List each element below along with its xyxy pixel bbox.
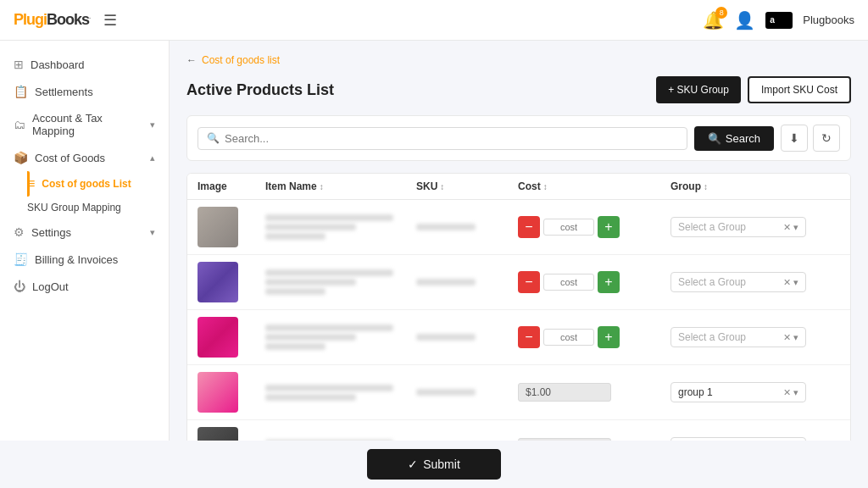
cost-decrease-button[interactable]: − xyxy=(518,326,540,348)
sku-cell xyxy=(416,389,518,396)
breadcrumb-text[interactable]: Cost of goods list xyxy=(202,54,280,66)
item-name-blur-1 xyxy=(265,324,393,331)
search-button[interactable]: 🔍 Search xyxy=(694,126,774,151)
sidebar-item-cost-of-goods-list[interactable]: ≡ Cost of goods List xyxy=(27,171,169,197)
cost-input[interactable] xyxy=(543,219,594,236)
amazon-store-label: Plugbooks xyxy=(803,14,854,26)
cost-decrease-button[interactable]: − xyxy=(518,271,540,293)
cost-cell: − + xyxy=(518,271,670,293)
sku-blur xyxy=(416,224,476,230)
sidebar-label-cost-of-goods: Cost of Goods xyxy=(35,152,105,164)
sidebar-label-dashboard: Dashboard xyxy=(31,58,85,71)
checkmark-icon: ✓ xyxy=(408,458,418,471)
sku-blur xyxy=(416,334,476,341)
table-row: − + Select a Group ✕ ▾ xyxy=(187,255,850,310)
group-select[interactable]: Select a Group ✕ ▾ xyxy=(670,272,806,292)
sidebar-item-sku-group-mapping[interactable]: SKU Group Mapping xyxy=(27,197,169,219)
sidebar-item-dashboard[interactable]: ⊞ Dashboard xyxy=(0,51,169,78)
sku-blur xyxy=(416,279,476,286)
table-header: Image Item Name ↕ SKU ↕ Cost ↕ Group ↕ xyxy=(187,174,850,200)
logo-books: Books xyxy=(47,11,89,28)
cost-increase-button[interactable]: + xyxy=(598,271,620,293)
product-image xyxy=(198,372,238,413)
sidebar-label-sku-group-mapping: SKU Group Mapping xyxy=(27,202,121,214)
sidebar-item-cost-of-goods[interactable]: 📦 Cost of Goods ▴ xyxy=(0,144,169,171)
product-image xyxy=(198,317,238,358)
sidebar-label-settings: Settings xyxy=(31,226,71,239)
table-row: − + Select a Group ✕ ▾ xyxy=(187,310,850,365)
submit-button[interactable]: ✓ Submit xyxy=(367,449,501,480)
svg-text:a: a xyxy=(771,15,776,25)
table-row: − + Select a Group ✕ ▾ xyxy=(187,200,850,255)
main-layout: ⊞ Dashboard 📋 Settlements 🗂 Account & Ta… xyxy=(0,41,868,441)
sidebar-item-logout[interactable]: ⏻ LogOut xyxy=(0,273,169,300)
refresh-button[interactable]: ↻ xyxy=(813,125,840,152)
sidebar-item-account-tax[interactable]: 🗂 Account & Tax Mapping ▾ xyxy=(0,105,169,144)
user-icon[interactable]: 👤 xyxy=(734,10,755,30)
breadcrumb: ← Cost of goods list xyxy=(186,54,851,66)
hamburger-icon[interactable]: ☰ xyxy=(103,11,117,30)
logo: PlugiBooks. xyxy=(14,11,90,29)
sku-cell xyxy=(416,334,518,341)
cost-increase-button[interactable]: + xyxy=(598,216,620,238)
sort-group-icon[interactable]: ↕ xyxy=(704,182,708,191)
sidebar-label-billing: Billing & Invoices xyxy=(35,253,118,266)
group-filled[interactable]: group 1 ✕ ▾ xyxy=(670,382,806,402)
cost-decrease-button[interactable]: − xyxy=(518,216,540,238)
back-button[interactable]: ← xyxy=(186,54,197,66)
cost-of-goods-icon: 📦 xyxy=(14,151,28,164)
search-bar: 🔍 🔍 Search ⬇ ↻ xyxy=(186,115,851,161)
sidebar-sub-cost-of-goods: ≡ Cost of goods List SKU Group Mapping xyxy=(0,171,169,219)
active-indicator xyxy=(27,171,30,197)
header-actions: + SKU Group Import SKU Cost xyxy=(656,76,851,103)
sort-item-name-icon[interactable]: ↕ xyxy=(320,182,324,191)
sidebar-item-settings[interactable]: ⚙ Settings ▾ xyxy=(0,219,169,246)
sort-cost-icon[interactable]: ↕ xyxy=(543,182,548,191)
page-title: Active Products List xyxy=(186,81,334,99)
chevron-settings: ▾ xyxy=(150,227,155,238)
search-input[interactable] xyxy=(225,132,678,145)
group-select[interactable]: Select a Group ✕ ▾ xyxy=(670,327,806,347)
add-sku-group-button[interactable]: + SKU Group xyxy=(656,76,741,103)
sidebar: ⊞ Dashboard 📋 Settlements 🗂 Account & Ta… xyxy=(0,41,170,441)
group-placeholder: Select a Group xyxy=(678,221,746,233)
item-name-cell xyxy=(265,324,416,350)
group-select-icons: ✕ ▾ xyxy=(783,277,798,288)
import-sku-cost-button[interactable]: Import SKU Cost xyxy=(748,76,851,103)
sku-blur xyxy=(416,389,476,396)
product-image xyxy=(198,207,238,247)
cost-input[interactable] xyxy=(543,329,594,346)
product-image xyxy=(198,427,238,441)
main-content: ← Cost of goods list Active Products Lis… xyxy=(170,41,868,441)
col-sku: SKU ↕ xyxy=(416,180,518,192)
logo-plug: Plugi xyxy=(14,11,47,28)
right-actions: ⬇ ↻ xyxy=(781,125,840,152)
search-input-wrapper: 🔍 xyxy=(198,127,687,150)
item-name-blur-2 xyxy=(265,279,356,286)
item-name-blur-1 xyxy=(265,269,393,276)
notification-bell[interactable]: 🔔 8 xyxy=(703,10,724,30)
cost-increase-button[interactable]: + xyxy=(598,326,620,348)
table-row: $1.00 group 1 xyxy=(187,420,850,441)
group-select[interactable]: Select a Group ✕ ▾ xyxy=(670,217,806,237)
notification-badge: 8 xyxy=(715,7,727,19)
billing-icon: 🧾 xyxy=(14,252,28,266)
submit-bar: ✓ Submit xyxy=(0,441,868,488)
sidebar-item-settlements[interactable]: 📋 Settlements xyxy=(0,78,169,105)
sort-sku-icon[interactable]: ↕ xyxy=(440,182,444,191)
top-header: PlugiBooks. ☰ 🔔 8 👤 a Plugbooks xyxy=(0,0,868,41)
sku-cell xyxy=(416,224,518,230)
download-button[interactable]: ⬇ xyxy=(781,125,808,152)
sidebar-item-billing[interactable]: 🧾 Billing & Invoices xyxy=(0,246,169,273)
page-header: Active Products List + SKU Group Import … xyxy=(186,76,851,103)
cost-input[interactable] xyxy=(543,274,594,291)
header-right: 🔔 8 👤 a Plugbooks xyxy=(703,10,854,30)
amazon-icon: a xyxy=(765,12,793,29)
sku-cell xyxy=(416,279,518,286)
settlements-icon: 📋 xyxy=(14,85,28,98)
item-name-blur-1 xyxy=(265,440,393,441)
col-cost: Cost ↕ xyxy=(518,180,670,192)
cost-cell: − + xyxy=(518,216,670,238)
item-name-blur-2 xyxy=(265,394,356,401)
sidebar-label-account-tax: Account & Tax Mapping xyxy=(32,112,143,137)
